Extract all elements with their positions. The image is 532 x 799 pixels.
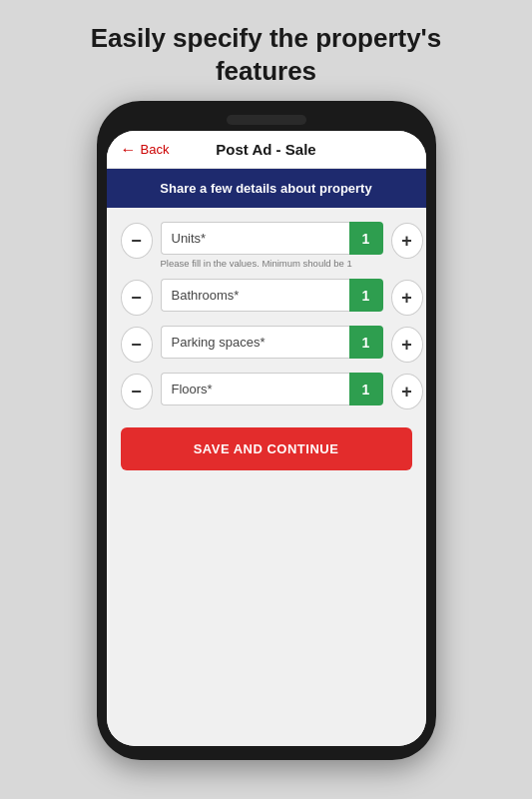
units-row: − 1 Please fill in the values. Minimum s… xyxy=(121,222,412,269)
units-value: 1 xyxy=(349,222,383,255)
header-title: Post Ad - Sale xyxy=(216,141,315,158)
parking-decrement-button[interactable]: − xyxy=(121,327,153,363)
phone-frame: ← Back Post Ad - Sale Share a few detail… xyxy=(97,101,436,760)
units-decrement-button[interactable]: − xyxy=(121,223,153,259)
floors-row: − 1 + xyxy=(121,373,412,409)
floors-decrement-button[interactable]: − xyxy=(121,374,153,409)
bathrooms-input[interactable] xyxy=(161,279,349,312)
back-arrow-icon: ← xyxy=(121,141,137,159)
phone-screen: ← Back Post Ad - Sale Share a few detail… xyxy=(107,131,426,746)
parking-input-row: 1 xyxy=(161,326,383,359)
units-input-row: 1 xyxy=(161,222,383,255)
screen-header: ← Back Post Ad - Sale xyxy=(107,131,426,169)
bathrooms-value: 1 xyxy=(349,279,383,312)
parking-field-wrap: 1 xyxy=(161,326,383,359)
phone-notch xyxy=(227,115,306,125)
parking-value: 1 xyxy=(349,326,383,359)
floors-input-row: 1 xyxy=(161,373,383,405)
page-title: Easily specify the property's features xyxy=(51,0,482,101)
parking-row: − 1 + xyxy=(121,326,412,363)
bathrooms-row: − 1 + xyxy=(121,279,412,316)
floors-input[interactable] xyxy=(161,373,349,405)
save-and-continue-button[interactable]: SAVE AND CONTINUE xyxy=(121,427,412,470)
floors-value: 1 xyxy=(349,373,383,405)
floors-field-wrap: 1 xyxy=(161,373,383,405)
units-field-wrap: 1 Please fill in the values. Minimum sho… xyxy=(161,222,383,269)
banner: Share a few details about property xyxy=(107,169,426,208)
units-hint: Please fill in the values. Minimum shoul… xyxy=(161,258,383,269)
screen-content: − 1 Please fill in the values. Minimum s… xyxy=(107,208,426,746)
units-input[interactable] xyxy=(161,222,349,255)
phone-notch-area xyxy=(107,115,426,125)
banner-text: Share a few details about property xyxy=(127,181,406,196)
parking-increment-button[interactable]: + xyxy=(391,327,423,363)
bathrooms-decrement-button[interactable]: − xyxy=(121,280,153,316)
bathrooms-increment-button[interactable]: + xyxy=(391,280,423,316)
units-increment-button[interactable]: + xyxy=(391,223,423,259)
back-button[interactable]: ← Back xyxy=(121,141,170,159)
bathrooms-field-wrap: 1 xyxy=(161,279,383,312)
bathrooms-input-row: 1 xyxy=(161,279,383,312)
parking-input[interactable] xyxy=(161,326,349,359)
floors-increment-button[interactable]: + xyxy=(391,374,423,409)
back-label: Back xyxy=(141,142,170,157)
